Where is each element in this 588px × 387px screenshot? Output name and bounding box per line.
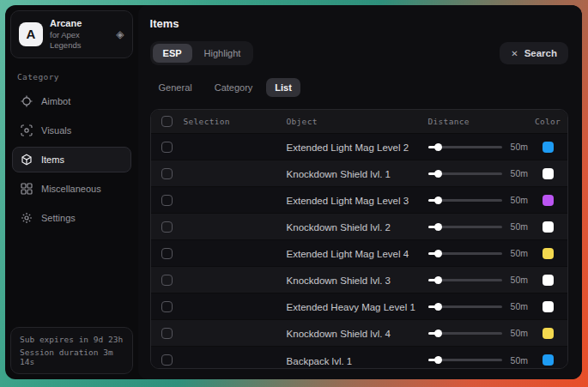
table-row: Knockdown Shield lvl. 3 50m bbox=[151, 267, 567, 293]
slider-handle[interactable] bbox=[434, 250, 442, 257]
color-swatch[interactable] bbox=[543, 275, 554, 286]
table-row: Knockdown Shield lvl. 4 50m bbox=[151, 320, 567, 347]
row-checkbox[interactable] bbox=[161, 221, 173, 233]
distance-value: 50m bbox=[511, 248, 528, 258]
color-swatch[interactable] bbox=[543, 168, 554, 179]
distance-value: 50m bbox=[511, 142, 528, 152]
category-label: Category bbox=[17, 72, 126, 82]
color-swatch[interactable] bbox=[543, 354, 554, 366]
slider-handle[interactable] bbox=[434, 330, 442, 337]
slider-handle[interactable] bbox=[434, 276, 442, 284]
slider-handle[interactable] bbox=[434, 197, 442, 204]
object-label: Extended Light Mag Level 2 bbox=[287, 142, 409, 153]
header-color: Color bbox=[528, 117, 567, 126]
object-label: Knockdown Shield lvl. 2 bbox=[287, 222, 391, 233]
sidebar-item-settings[interactable]: Settings bbox=[12, 205, 131, 231]
color-swatch[interactable] bbox=[543, 301, 554, 312]
distance-slider[interactable] bbox=[428, 305, 502, 308]
sidebar-item-visuals[interactable]: Visuals bbox=[12, 118, 131, 143]
slider-handle[interactable] bbox=[434, 303, 442, 311]
sidebar-item-items[interactable]: Items bbox=[12, 147, 131, 172]
sidebar: A Arcane for Apex Legends ◈ Category Aim… bbox=[5, 5, 138, 379]
sidebar-item-label: Aimbot bbox=[41, 96, 70, 106]
session-duration-text: Session duration 3m 14s bbox=[20, 348, 124, 366]
sidebar-item-miscellaneous[interactable]: Miscellaneous bbox=[12, 176, 131, 202]
tab-general[interactable]: General bbox=[150, 78, 201, 97]
color-swatch[interactable] bbox=[543, 328, 554, 339]
object-label: Knockdown Shield lvl. 3 bbox=[287, 275, 391, 286]
main-panel: Items ESP Highlight ✕ Search General Cat… bbox=[138, 5, 582, 379]
row-checkbox[interactable] bbox=[161, 301, 173, 312]
distance-value: 50m bbox=[511, 168, 528, 178]
distance-value: 50m bbox=[511, 195, 528, 205]
tab-esp[interactable]: ESP bbox=[153, 44, 192, 63]
mode-segmented-control: ESP Highlight bbox=[150, 41, 254, 65]
row-checkbox[interactable] bbox=[161, 142, 173, 153]
table-row: Extended Light Mag Level 3 50m bbox=[151, 187, 567, 214]
color-swatch[interactable] bbox=[543, 142, 554, 153]
table-row: Backpack lvl. 1 50m bbox=[151, 347, 567, 369]
color-swatch[interactable] bbox=[543, 221, 554, 233]
scan-eye-icon bbox=[21, 124, 33, 136]
pin-icon[interactable]: ◈ bbox=[116, 28, 124, 40]
distance-value: 50m bbox=[511, 301, 528, 311]
color-swatch[interactable] bbox=[543, 248, 554, 259]
slider-handle[interactable] bbox=[434, 170, 442, 178]
distance-slider[interactable] bbox=[428, 172, 502, 175]
table-row: Knockdown Shield lvl. 1 50m bbox=[151, 160, 567, 187]
header-distance: Distance bbox=[428, 117, 528, 126]
grid-icon bbox=[21, 183, 33, 195]
app-logo: A bbox=[19, 22, 43, 46]
app-header-card: A Arcane for Apex Legends ◈ bbox=[10, 10, 133, 58]
slider-handle[interactable] bbox=[434, 356, 442, 364]
row-checkbox[interactable] bbox=[161, 275, 173, 286]
distance-slider[interactable] bbox=[428, 199, 502, 202]
row-checkbox[interactable] bbox=[161, 195, 173, 206]
distance-value: 50m bbox=[511, 221, 528, 232]
row-checkbox[interactable] bbox=[161, 354, 173, 366]
table-body: Extended Light Mag Level 2 50m Knockdown… bbox=[151, 134, 567, 369]
object-label: Extended Light Mag Level 3 bbox=[287, 196, 409, 206]
items-table: Selection Object Distance Color Extended… bbox=[150, 109, 568, 369]
distance-slider[interactable] bbox=[428, 359, 502, 361]
crosshair-icon bbox=[21, 95, 33, 107]
sidebar-item-label: Items bbox=[41, 154, 64, 165]
table-row: Extended Light Mag Level 4 50m bbox=[151, 240, 567, 267]
object-label: Knockdown Shield lvl. 4 bbox=[287, 329, 391, 339]
select-all-checkbox[interactable] bbox=[161, 116, 173, 127]
object-label: Extended Light Mag Level 4 bbox=[287, 249, 409, 259]
distance-slider[interactable] bbox=[428, 146, 502, 148]
gear-icon bbox=[21, 212, 33, 224]
table-row: Knockdown Shield lvl. 2 50m bbox=[151, 214, 567, 240]
tab-category[interactable]: Category bbox=[206, 78, 262, 97]
sidebar-nav: Aimbot Visuals Items Miscellaneous Setti… bbox=[10, 88, 133, 231]
distance-slider[interactable] bbox=[428, 279, 502, 281]
object-label: Backpack lvl. 1 bbox=[287, 356, 353, 366]
view-tabs: General Category List bbox=[150, 78, 568, 97]
slider-handle[interactable] bbox=[434, 223, 442, 231]
app-subtitle: for Apex Legends bbox=[50, 30, 109, 51]
slider-handle[interactable] bbox=[434, 143, 442, 151]
row-checkbox[interactable] bbox=[161, 328, 173, 339]
app-window: A Arcane for Apex Legends ◈ Category Aim… bbox=[5, 5, 582, 379]
sidebar-item-label: Settings bbox=[41, 213, 76, 223]
sidebar-item-label: Visuals bbox=[41, 125, 71, 136]
row-checkbox[interactable] bbox=[161, 248, 173, 259]
sidebar-item-aimbot[interactable]: Aimbot bbox=[12, 88, 131, 114]
distance-slider[interactable] bbox=[428, 332, 502, 335]
object-label: Knockdown Shield lvl. 1 bbox=[287, 169, 391, 179]
distance-slider[interactable] bbox=[428, 226, 502, 228]
distance-value: 50m bbox=[511, 275, 528, 285]
row-checkbox[interactable] bbox=[161, 168, 173, 179]
sidebar-item-label: Miscellaneous bbox=[41, 184, 101, 194]
table-row: Extended Heavy Mag Level 1 50m bbox=[151, 293, 567, 320]
tab-list[interactable]: List bbox=[266, 78, 300, 97]
x-icon: ✕ bbox=[511, 49, 518, 58]
table-row: Extended Light Mag Level 2 50m bbox=[151, 134, 567, 160]
distance-value: 50m bbox=[511, 328, 528, 338]
distance-slider[interactable] bbox=[428, 252, 502, 255]
color-swatch[interactable] bbox=[543, 195, 554, 206]
header-object: Object bbox=[287, 117, 428, 126]
tab-highlight[interactable]: Highlight bbox=[194, 44, 252, 63]
search-button[interactable]: ✕ Search bbox=[500, 42, 568, 64]
